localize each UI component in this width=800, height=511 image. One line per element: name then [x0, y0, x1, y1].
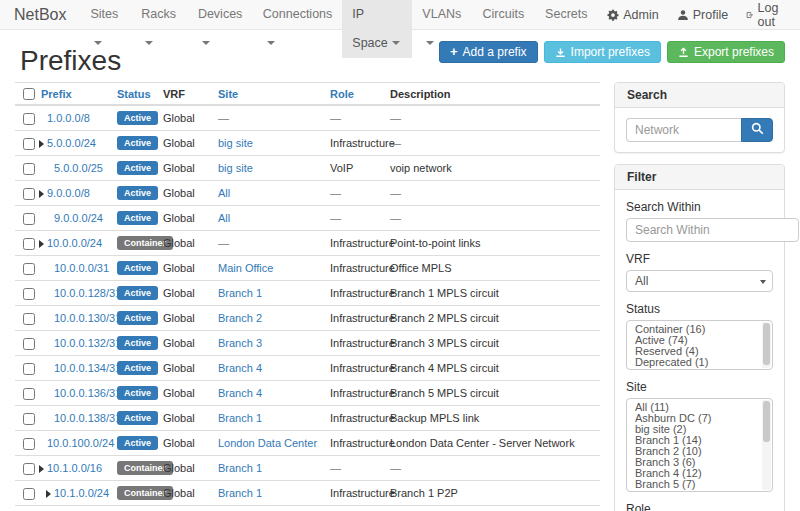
- vrf-select[interactable]: All: [626, 270, 773, 292]
- prefix-link[interactable]: 9.0.0.0/8: [47, 187, 90, 199]
- prefix-link[interactable]: 10.1.0.0/24: [54, 487, 109, 499]
- prefix-link[interactable]: 5.0.0.0/24: [47, 137, 96, 149]
- site-link[interactable]: Branch 1: [218, 462, 262, 474]
- sort-link-prefix[interactable]: Prefix: [41, 88, 72, 100]
- site-link[interactable]: Main Office: [218, 262, 273, 274]
- site-cell: All: [210, 181, 322, 206]
- prefix-link[interactable]: 9.0.0.0/24: [54, 212, 103, 224]
- row-checkbox[interactable]: [23, 363, 35, 375]
- row-checkbox[interactable]: [23, 263, 35, 275]
- search-button[interactable]: [741, 118, 773, 142]
- prefix-link[interactable]: 10.0.0.130/31: [54, 312, 121, 324]
- vrf-selected-value: All: [635, 274, 648, 288]
- row-checkbox[interactable]: [23, 138, 35, 150]
- row-checkbox[interactable]: [23, 238, 35, 250]
- row-checkbox[interactable]: [23, 438, 35, 450]
- brand[interactable]: NetBox: [0, 0, 80, 29]
- prefix-link[interactable]: 10.0.0.136/31: [54, 387, 121, 399]
- vrf-cell: Global: [155, 506, 210, 511]
- sort-link-site[interactable]: Site: [218, 88, 238, 100]
- empty-dash: —: [390, 137, 401, 149]
- prefix-link[interactable]: 1.0.0.0/8: [47, 112, 90, 124]
- search-within-input[interactable]: [626, 218, 799, 242]
- site-link[interactable]: big site: [218, 162, 253, 174]
- nav-link-ip-space[interactable]: IP Space: [342, 0, 412, 58]
- site-link[interactable]: Branch 2: [218, 312, 262, 324]
- site-link[interactable]: Branch 4: [218, 362, 262, 374]
- select-all-cell: [15, 83, 33, 106]
- nav-profile[interactable]: Profile: [668, 8, 737, 22]
- nav-link-connections[interactable]: Connections: [253, 0, 343, 58]
- site-multiselect[interactable]: All (11)Ashburn DC (7)big site (2)Branch…: [626, 398, 773, 492]
- site-link[interactable]: Branch 4: [218, 387, 262, 399]
- description-cell: London Data Center - Server Network: [382, 431, 600, 456]
- row-checkbox[interactable]: [23, 213, 35, 225]
- table-row: 10.1.0.0/25ActiveGlobalBranch 1——: [15, 506, 600, 511]
- nav-log-out-label: Log out: [757, 1, 783, 29]
- row-checkbox[interactable]: [23, 488, 35, 500]
- prefix-cell: 5.0.0.0/25: [33, 156, 109, 181]
- site-link[interactable]: All: [218, 212, 230, 224]
- status-multiselect[interactable]: Container (16)Active (74)Reserved (4)Dep…: [626, 320, 773, 370]
- row-checkbox[interactable]: [23, 313, 35, 325]
- site-link[interactable]: Branch 1: [218, 287, 262, 299]
- vrf-cell: Global: [155, 131, 210, 156]
- row-checkbox[interactable]: [23, 413, 35, 425]
- role-cell: —: [322, 105, 382, 131]
- site-link[interactable]: Branch 1: [218, 412, 262, 424]
- import-prefixes-button[interactable]: Import prefixes: [544, 41, 661, 63]
- export-prefixes-button[interactable]: Export prefixes: [667, 41, 785, 63]
- prefix-link[interactable]: 10.0.0.128/31: [54, 287, 121, 299]
- site-link[interactable]: Branch 3: [218, 337, 262, 349]
- add-a-prefix-button[interactable]: +Add a prefix: [439, 41, 538, 63]
- search-input[interactable]: [626, 118, 741, 142]
- scrollbar-track[interactable]: [762, 400, 771, 490]
- prefix-link[interactable]: 5.0.0.0/25: [54, 162, 103, 174]
- prefix-link[interactable]: 10.0.100.0/24: [47, 437, 114, 449]
- row-checkbox[interactable]: [23, 338, 35, 350]
- prefix-link[interactable]: 10.0.0.132/31: [54, 337, 121, 349]
- nav-link-racks[interactable]: Racks: [131, 0, 188, 58]
- site-link[interactable]: All: [218, 187, 230, 199]
- nav-admin[interactable]: Admin: [598, 8, 667, 22]
- sort-link-status[interactable]: Status: [117, 88, 151, 100]
- status-badge: Active: [117, 186, 158, 200]
- sort-link-role[interactable]: Role: [330, 88, 354, 100]
- row-checkbox[interactable]: [23, 463, 35, 475]
- status-label: Status: [626, 302, 773, 316]
- role-cell: Infrastructure: [322, 431, 382, 456]
- site-link[interactable]: big site: [218, 137, 253, 149]
- prefix-link[interactable]: 10.0.0.134/31: [54, 362, 121, 374]
- select-all-checkbox[interactable]: [23, 88, 35, 100]
- scrollbar-thumb[interactable]: [763, 323, 770, 365]
- row-checkbox[interactable]: [23, 163, 35, 175]
- row-checkbox[interactable]: [23, 288, 35, 300]
- table-header-row: PrefixStatusVRFSiteRoleDescription: [15, 83, 600, 106]
- scrollbar-thumb[interactable]: [763, 401, 770, 442]
- role-cell: Infrastructure: [322, 306, 382, 331]
- nav-log-out[interactable]: Log out: [737, 1, 792, 29]
- row-select-cell: [15, 231, 33, 256]
- prefix-link[interactable]: 10.0.0.0/31: [54, 262, 109, 274]
- prefix-link[interactable]: 10.0.0.138/31: [54, 412, 121, 424]
- row-checkbox[interactable]: [23, 388, 35, 400]
- status-badge: Active: [117, 386, 158, 400]
- row-select-cell: [15, 481, 33, 506]
- search-icon: [751, 121, 764, 139]
- status-cell: Active: [109, 506, 155, 511]
- status-option[interactable]: Deprecated (1): [635, 357, 756, 368]
- row-checkbox[interactable]: [23, 113, 35, 125]
- scrollbar-track[interactable]: [762, 322, 771, 368]
- nav-link-devices[interactable]: Devices: [188, 0, 253, 58]
- site-link[interactable]: Branch 1: [218, 487, 262, 499]
- chevron-down-icon: [267, 41, 275, 45]
- role-cell: Infrastructure: [322, 131, 382, 156]
- row-checkbox[interactable]: [23, 188, 35, 200]
- expand-caret-icon: [39, 240, 44, 248]
- role-cell: Infrastructure: [322, 231, 382, 256]
- status-badge: Active: [117, 311, 158, 325]
- prefix-link[interactable]: 10.1.0.0/16: [47, 462, 102, 474]
- prefix-link[interactable]: 10.0.0.0/24: [47, 237, 102, 249]
- site-option[interactable]: COLO-1-24 (3): [635, 490, 756, 492]
- site-link[interactable]: London Data Center: [218, 437, 317, 449]
